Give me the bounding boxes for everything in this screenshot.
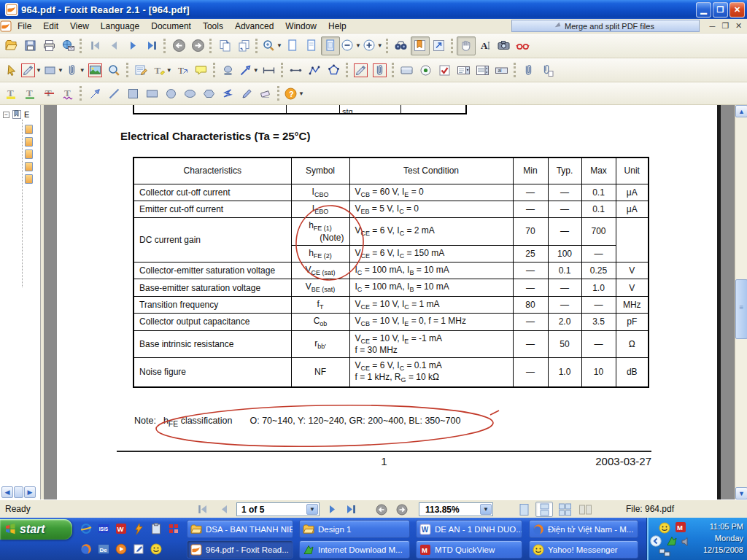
attach-button[interactable]: ▼ <box>64 61 86 79</box>
draw-ellipse-button[interactable] <box>180 84 199 103</box>
chevron-down-icon[interactable]: ▼ <box>377 42 383 49</box>
form-radio-button[interactable] <box>417 61 436 79</box>
snapshot-button[interactable] <box>495 36 514 55</box>
arrow-annot-button[interactable]: ▼ <box>238 61 260 79</box>
merge-split-banner[interactable]: Merge and split PDF files <box>511 20 700 32</box>
fit-page-button[interactable] <box>321 36 340 55</box>
bookmark-item-4[interactable] <box>25 162 33 171</box>
doc-restore-button[interactable]: ❐ <box>720 21 731 31</box>
chevron-down-icon[interactable]: ▼ <box>355 42 361 49</box>
chevron-down-icon[interactable]: ▼ <box>276 42 282 49</box>
scroll-thumb[interactable] <box>14 486 23 498</box>
chevron-down-icon[interactable]: ▼ <box>166 67 172 74</box>
text-squiggly-button[interactable]: T <box>58 84 77 103</box>
go-forward-button[interactable] <box>188 36 207 55</box>
zoom-in-button[interactable]: ▼ <box>362 36 384 55</box>
comment-button[interactable] <box>192 61 211 79</box>
last-page-button[interactable] <box>142 36 161 55</box>
draw-line-button[interactable] <box>104 84 123 103</box>
polygon-button[interactable] <box>325 61 344 79</box>
taskbar-button-design-1[interactable]: Design 1 <box>299 520 410 538</box>
select-text-button[interactable]: A <box>476 36 495 55</box>
taskbar-button-i-n-t-vi-t-nam-m[interactable]: Điện tử Việt Nam - M... <box>529 520 638 538</box>
quicklaunch-internet-explorer-icon[interactable] <box>79 521 93 535</box>
bookmark-item-1[interactable] <box>25 125 33 134</box>
layout-facing-continuous-button[interactable] <box>556 502 573 517</box>
close-button[interactable]: ✕ <box>729 2 745 18</box>
tray-messenger-icon[interactable] <box>659 522 670 534</box>
draw-circle-button[interactable] <box>161 84 180 103</box>
menu-document[interactable]: Document <box>145 20 197 33</box>
image-annot-button[interactable] <box>86 61 105 79</box>
start-button[interactable]: start <box>0 519 72 540</box>
chevron-down-icon[interactable]: ▼ <box>80 67 85 74</box>
chevron-down-icon[interactable]: ▼ <box>298 90 304 97</box>
chevron-down-icon[interactable]: ▼ <box>480 504 492 515</box>
quicklaunch-dev-cpp-icon[interactable]: De <box>96 542 110 556</box>
help-button[interactable]: ?▼ <box>283 84 305 103</box>
fit-width-button[interactable] <box>302 36 321 55</box>
restore-button[interactable]: ❐ <box>713 2 728 18</box>
open-button[interactable] <box>1 36 20 55</box>
chevron-down-icon[interactable]: ▼ <box>253 67 259 74</box>
print-button[interactable] <box>39 36 58 55</box>
bookmark-item-2[interactable] <box>25 137 33 147</box>
next-page-button[interactable] <box>324 502 340 516</box>
form-combo-button[interactable] <box>454 61 473 79</box>
tray-mtd-icon[interactable]: M <box>675 521 686 533</box>
attach-draw-button[interactable] <box>371 61 390 79</box>
zoom-out-button[interactable]: ▼ <box>340 36 362 55</box>
distance-button[interactable] <box>287 61 306 79</box>
doc-minimize-button[interactable]: ─ <box>707 21 718 31</box>
quicklaunch-swish-icon[interactable] <box>131 521 145 535</box>
go-back-button[interactable] <box>169 36 188 55</box>
draw-polygon-button[interactable] <box>199 84 218 103</box>
measure-button[interactable] <box>260 61 279 79</box>
text-strikeout-button[interactable]: T <box>39 84 58 103</box>
actual-size-button[interactable] <box>283 36 302 55</box>
quicklaunch-red-grid-icon[interactable] <box>166 521 180 535</box>
chevron-down-icon[interactable]: ▼ <box>306 504 318 515</box>
menu-window[interactable]: Window <box>279 20 322 33</box>
quicklaunch-firefox-icon[interactable] <box>79 542 93 556</box>
next-page-button[interactable] <box>123 36 142 55</box>
layout-facing-button[interactable] <box>576 502 594 517</box>
tray-idm-icon[interactable] <box>666 535 678 547</box>
highlighter-button[interactable]: T▼ <box>151 61 173 79</box>
doc-close-button[interactable]: ✕ <box>733 21 744 31</box>
form-button-button[interactable] <box>398 61 417 79</box>
chevron-down-icon[interactable]: ▼ <box>58 67 63 74</box>
bookmark-item-5[interactable] <box>25 174 33 184</box>
zoom-combo[interactable]: 113.85%▼ <box>419 502 493 516</box>
taskbar-button-yahoo-messenger[interactable]: Yahoo! Messenger <box>529 540 638 559</box>
edit-note-button[interactable] <box>132 61 151 79</box>
menu-advanced[interactable]: Advanced <box>229 20 279 33</box>
stamp-button[interactable] <box>219 61 238 79</box>
quicklaunch-isis-icon[interactable]: ISIS <box>96 521 110 535</box>
zoom-in-tool-button[interactable]: ▼ <box>261 36 283 55</box>
quicklaunch-media-player-icon[interactable] <box>114 542 128 556</box>
split-pages-button[interactable] <box>234 36 253 55</box>
quicklaunch-yahoo-smiley-icon[interactable] <box>149 542 163 556</box>
eyewear-button[interactable] <box>514 36 533 55</box>
menu-help[interactable]: Help <box>322 20 352 33</box>
taskbar-button-internet-download-m[interactable]: Internet Download M... <box>299 540 410 559</box>
bookmark-root[interactable]: − E <box>3 109 29 120</box>
text-highlight-button[interactable]: T <box>1 84 20 103</box>
form-checkbox-button[interactable] <box>436 61 454 79</box>
square-select-button[interactable]: ▼ <box>42 61 64 79</box>
typewriter-button[interactable]: T <box>173 61 192 79</box>
scroll-down-button[interactable]: ▼ <box>735 487 747 499</box>
chevron-down-icon[interactable]: ▼ <box>36 67 42 74</box>
external-goto-button[interactable] <box>430 36 449 55</box>
layout-single-button[interactable] <box>515 502 533 517</box>
scroll-up-button[interactable]: ▲ <box>735 105 747 117</box>
find-button[interactable] <box>392 36 411 55</box>
first-page-button[interactable] <box>194 502 210 516</box>
back-view-button[interactable] <box>374 502 390 516</box>
pencil-annot-button[interactable]: ▼ <box>20 61 42 79</box>
taskbar-button-de-an-1-dinh-duo[interactable]: WDE AN - 1 DINH DUO... <box>416 520 522 538</box>
hand-tool-button[interactable] <box>457 36 476 55</box>
draw-square-button[interactable] <box>123 84 142 103</box>
select-annotation-button[interactable] <box>1 61 20 79</box>
